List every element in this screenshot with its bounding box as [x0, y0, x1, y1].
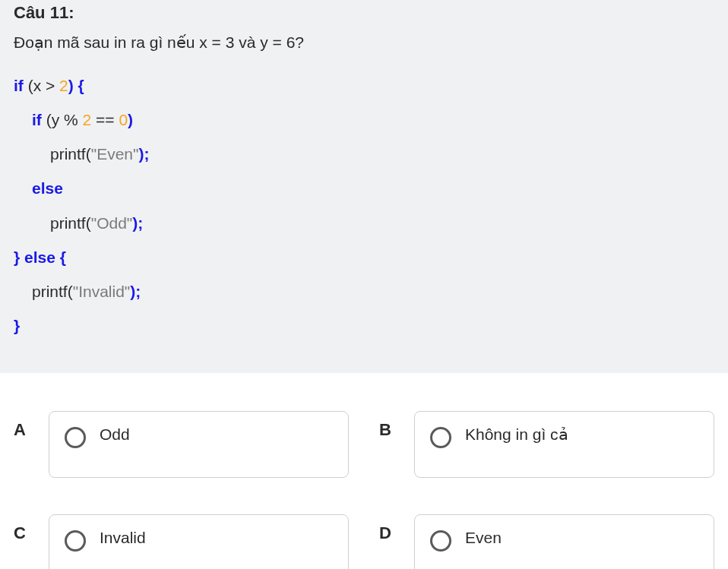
- code-line: else: [14, 171, 714, 205]
- answer-text: Invalid: [100, 529, 146, 547]
- answer-item-b: B Không in gì cả: [379, 411, 714, 478]
- answer-row: C Invalid D Even: [14, 514, 714, 569]
- answer-text: Odd: [100, 425, 130, 444]
- code-punct: );: [132, 214, 143, 232]
- keyword-if: if: [14, 77, 24, 94]
- code-text: (x >: [24, 77, 59, 94]
- code-punct: ): [128, 111, 133, 128]
- question-text: Đoạn mã sau in ra gì nếu x = 3 và y = 6?: [14, 33, 714, 52]
- code-line: } else {: [14, 240, 714, 274]
- code-punct: {: [55, 248, 66, 266]
- question-block: Câu 11: Đoạn mã sau in ra gì nếu x = 3 v…: [0, 0, 728, 373]
- code-line: if (y % 2 == 0): [14, 103, 714, 137]
- code-number: 2: [83, 111, 92, 128]
- code-line: }: [14, 308, 714, 343]
- answer-item-d: D Even: [379, 514, 714, 569]
- answer-letter: A: [14, 411, 49, 440]
- code-number: 0: [119, 111, 128, 128]
- code-block: if (x > 2) { if (y % 2 == 0) printf("Eve…: [14, 68, 714, 343]
- code-string: "Invalid": [73, 283, 131, 300]
- keyword-else: else: [24, 248, 55, 266]
- answer-option-b[interactable]: Không in gì cả: [414, 411, 714, 478]
- code-punct: );: [138, 145, 149, 163]
- answer-text: Không in gì cả: [465, 425, 568, 444]
- answer-item-c: C Invalid: [14, 514, 349, 569]
- answer-option-a[interactable]: Odd: [49, 411, 349, 478]
- radio-icon[interactable]: [65, 530, 86, 552]
- radio-icon[interactable]: [430, 530, 451, 552]
- answer-row: A Odd B Không in gì cả: [14, 411, 714, 478]
- code-text: (y %: [42, 111, 83, 128]
- code-fn: printf(: [50, 145, 91, 163]
- question-title: Câu 11:: [14, 0, 714, 23]
- answer-letter: D: [379, 514, 414, 543]
- answer-letter: C: [14, 514, 49, 543]
- keyword-else: else: [32, 179, 63, 197]
- code-text: ==: [91, 111, 119, 128]
- answer-option-d[interactable]: Even: [414, 514, 714, 569]
- answer-item-a: A Odd: [14, 411, 349, 478]
- radio-icon[interactable]: [65, 427, 86, 448]
- code-line: printf("Invalid");: [14, 274, 714, 308]
- code-fn: printf(: [32, 283, 73, 300]
- code-line: if (x > 2) {: [14, 68, 714, 103]
- answer-letter: B: [379, 411, 414, 440]
- code-punct: }: [14, 248, 24, 266]
- answer-text: Even: [465, 529, 502, 547]
- code-number: 2: [59, 77, 68, 94]
- code-punct: ) {: [68, 77, 84, 94]
- code-line: printf("Even");: [14, 137, 714, 171]
- radio-icon[interactable]: [430, 427, 451, 448]
- answer-option-c[interactable]: Invalid: [49, 514, 349, 569]
- code-punct: );: [130, 283, 141, 300]
- code-line: printf("Odd");: [14, 206, 714, 240]
- code-punct: }: [14, 317, 20, 334]
- code-string: "Odd": [91, 214, 133, 232]
- answers-section: A Odd B Không in gì cả C Invalid D: [0, 373, 728, 569]
- code-fn: printf(: [50, 214, 91, 232]
- code-string: "Even": [91, 145, 139, 163]
- keyword-if: if: [32, 111, 42, 128]
